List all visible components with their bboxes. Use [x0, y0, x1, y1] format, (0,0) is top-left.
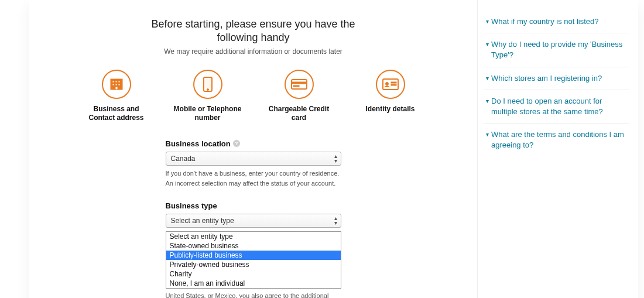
page-subtitle: We may require additional information or…	[76, 47, 430, 56]
page-container: Before starting, please ensure you have …	[29, 0, 638, 298]
svg-rect-13	[293, 85, 299, 87]
faq-item[interactable]: ▾ Why do I need to provide my 'Business …	[484, 33, 629, 67]
location-hint: If you don't have a business, enter your…	[166, 169, 341, 178]
agreement-text: United States, or Mexico, you also agree…	[166, 291, 341, 298]
svg-rect-7	[115, 87, 118, 90]
requirement-label: Identity details	[365, 105, 415, 114]
requirements-row: Business and Contact address Mobile or T…	[76, 70, 430, 123]
chevron-down-icon: ▾	[486, 18, 489, 25]
chevron-down-icon: ▾	[486, 98, 489, 104]
requirement-item: Chargeable Credit card	[264, 70, 334, 123]
business-type-options: Select an entity type State-owned busine…	[166, 231, 341, 289]
svg-rect-16	[391, 82, 396, 83]
main-content: Before starting, please ensure you have …	[29, 0, 477, 298]
faq-sidebar: ▾ What if my country is not listed? ▾ Wh…	[477, 0, 638, 298]
chevron-down-icon: ▾	[486, 131, 489, 138]
requirement-label: Mobile or Telephone number	[173, 105, 243, 123]
business-location-label: Business location ?	[166, 139, 341, 148]
svg-point-10	[207, 88, 208, 90]
requirement-label: Business and Contact address	[81, 105, 152, 123]
option-item[interactable]: Publicly-listed business	[166, 251, 341, 260]
business-type-label: Business type	[166, 201, 341, 210]
svg-rect-9	[205, 79, 211, 88]
faq-text: Do I need to open an account for multipl…	[491, 96, 626, 117]
svg-rect-6	[118, 84, 120, 85]
requirement-item: Business and Contact address	[81, 70, 152, 123]
option-item[interactable]: None, I am an individual	[166, 279, 341, 288]
phone-icon	[193, 70, 222, 99]
faq-item[interactable]: ▾ What are the terms and conditions I am…	[484, 124, 629, 156]
location-hint: An incorrect selection may affect the st…	[166, 179, 341, 188]
label-text: Business type	[166, 201, 217, 210]
agreement-prefix: United States, or Mexico, you also agree…	[166, 292, 329, 298]
svg-rect-2	[115, 81, 117, 83]
page-title: Before starting, please ensure you have …	[131, 18, 376, 45]
faq-item[interactable]: ▾ What if my country is not listed?	[484, 11, 629, 33]
requirement-item: Identity details	[355, 70, 426, 123]
faq-text: What are the terms and conditions I am a…	[491, 129, 626, 150]
svg-rect-12	[292, 82, 307, 84]
registration-form: Business location ? Canada ▴▾ If you don…	[166, 139, 341, 298]
svg-rect-3	[118, 81, 120, 83]
faq-item[interactable]: ▾ Which stores am I registering in?	[484, 67, 629, 90]
chevron-down-icon: ▾	[486, 75, 489, 81]
svg-rect-5	[115, 84, 117, 85]
label-text: Business location	[166, 139, 231, 148]
faq-text: Which stores am I registering in?	[491, 73, 602, 84]
select-value: Select an entity type	[171, 217, 234, 225]
svg-rect-1	[112, 81, 114, 83]
svg-rect-11	[292, 80, 307, 89]
option-item[interactable]: Privately-owned business	[166, 260, 341, 269]
svg-point-15	[385, 82, 388, 85]
svg-rect-4	[112, 84, 114, 85]
faq-text: Why do I need to provide my 'Business Ty…	[491, 39, 626, 60]
requirement-item: Mobile or Telephone number	[173, 70, 243, 123]
faq-text: What if my country is not listed?	[491, 16, 599, 27]
requirement-label: Chargeable Credit card	[264, 105, 334, 123]
help-icon[interactable]: ?	[233, 140, 240, 147]
business-type-select[interactable]: Select an entity type ▴▾	[166, 214, 341, 228]
option-item[interactable]: Charity	[166, 269, 341, 279]
id-card-icon	[376, 70, 405, 99]
chevron-down-icon: ▾	[486, 41, 489, 47]
credit-card-icon	[285, 70, 314, 99]
chevron-updown-icon: ▴▾	[334, 216, 337, 225]
faq-item[interactable]: ▾ Do I need to open an account for multi…	[484, 90, 629, 124]
option-item[interactable]: Select an entity type	[166, 232, 341, 241]
svg-rect-17	[391, 84, 396, 85]
select-value: Canada	[171, 155, 196, 163]
business-location-select[interactable]: Canada ▴▾	[166, 152, 341, 166]
building-icon	[102, 70, 131, 99]
chevron-updown-icon: ▴▾	[334, 154, 337, 163]
option-item[interactable]: State-owned business	[166, 241, 341, 251]
